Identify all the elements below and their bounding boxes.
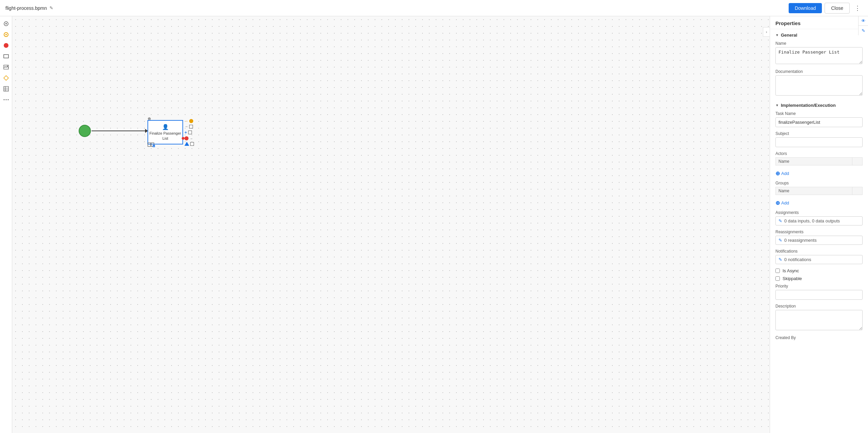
add-group-icon: ⊕ bbox=[775, 200, 780, 206]
bpmn-sequence-flow bbox=[92, 131, 147, 131]
priority-label: Priority bbox=[775, 284, 863, 289]
assignments-group: Assignments ✎ 0 data inputs, 0 data outp… bbox=[770, 209, 868, 228]
header-right: Download Close ⋮ bbox=[789, 3, 863, 14]
edit-title-icon[interactable]: ✎ bbox=[50, 5, 53, 11]
toolbar-dots[interactable] bbox=[1, 95, 11, 104]
actors-table: Name bbox=[775, 157, 863, 165]
name-field-group: Name Finalize Passenger List bbox=[770, 40, 868, 68]
main-layout: 🗑 👤 Finalize Passenger List → → + → bbox=[0, 16, 868, 433]
reassignments-value: 0 reassignments bbox=[784, 238, 816, 243]
notifications-value: 0 notifications bbox=[784, 257, 811, 262]
general-section-label: General bbox=[781, 33, 797, 38]
task-name-input[interactable] bbox=[775, 117, 863, 127]
svg-point-13 bbox=[3, 99, 4, 100]
task-action-arrow-square[interactable]: → bbox=[184, 124, 194, 129]
task-action-arrow-circle[interactable]: → bbox=[184, 119, 194, 123]
assignments-value: 0 data inputs, 0 data outputs bbox=[784, 218, 840, 223]
toolbar-ring[interactable] bbox=[1, 30, 11, 39]
actors-action-col bbox=[852, 158, 863, 165]
svg-marker-8 bbox=[4, 76, 8, 80]
actors-group: Actors Name bbox=[770, 150, 868, 169]
task-action-plus-square[interactable]: + bbox=[184, 130, 194, 135]
is-async-label: Is Async bbox=[783, 268, 799, 273]
bpmn-start-event[interactable] bbox=[79, 125, 91, 137]
notifications-field[interactable]: ✎ 0 notifications bbox=[775, 255, 863, 264]
actors-name-col: Name bbox=[776, 158, 852, 165]
svg-point-15 bbox=[7, 99, 8, 100]
impl-section-header[interactable]: ▼ Implementation/Execution bbox=[770, 99, 868, 110]
panel-edit-corner-icon[interactable]: ✎ bbox=[859, 26, 868, 35]
more-options-button[interactable]: ⋮ bbox=[852, 3, 863, 13]
add-group-link[interactable]: ⊕ Add bbox=[770, 198, 868, 209]
eye-icon[interactable]: 👁 bbox=[859, 16, 868, 26]
notifications-edit-icon: ✎ bbox=[778, 257, 782, 262]
toolbar-cursor[interactable] bbox=[1, 19, 11, 28]
svg-point-14 bbox=[5, 99, 6, 100]
toolbar-diamond[interactable] bbox=[1, 73, 11, 83]
skippable-checkbox[interactable] bbox=[775, 276, 780, 281]
svg-point-7 bbox=[7, 66, 8, 67]
panel-collapse-button[interactable]: › bbox=[763, 27, 770, 37]
toolbar-red-circle[interactable] bbox=[1, 41, 11, 50]
assignments-field[interactable]: ✎ 0 data inputs, 0 data outputs bbox=[775, 216, 863, 225]
download-button[interactable]: Download bbox=[789, 3, 822, 13]
description-group: Description bbox=[770, 302, 868, 334]
svg-rect-5 bbox=[4, 55, 8, 58]
assignments-edit-icon: ✎ bbox=[778, 218, 782, 223]
documentation-input[interactable] bbox=[775, 75, 863, 96]
description-label: Description bbox=[775, 304, 863, 309]
add-group-label: Add bbox=[781, 200, 789, 205]
task-label: Finalize Passenger List bbox=[148, 131, 182, 141]
is-async-checkbox[interactable] bbox=[775, 269, 780, 273]
impl-section-label: Implementation/Execution bbox=[781, 103, 836, 108]
subject-label: Subject bbox=[775, 131, 863, 136]
svg-text:+: + bbox=[153, 145, 155, 147]
general-section-header[interactable]: ▼ General bbox=[770, 29, 868, 40]
task-red-dot bbox=[182, 137, 184, 140]
svg-rect-16 bbox=[148, 143, 151, 146]
subject-input[interactable] bbox=[775, 137, 863, 147]
reassignments-label: Reassignments bbox=[775, 230, 863, 234]
file-title: flight-process.bpmn bbox=[5, 5, 47, 11]
task-name-field-group: Task Name bbox=[770, 110, 868, 130]
groups-table: Name bbox=[775, 187, 863, 195]
bpmn-canvas[interactable]: 🗑 👤 Finalize Passenger List → → + → bbox=[12, 16, 770, 433]
task-action-red-circle-arrow[interactable]: → bbox=[184, 136, 194, 140]
task-action-triangle[interactable] bbox=[184, 142, 194, 146]
skippable-label: Skippable bbox=[783, 276, 802, 281]
reassignments-group: Reassignments ✎ 0 reassignments bbox=[770, 228, 868, 248]
reassignments-field[interactable]: ✎ 0 reassignments bbox=[775, 236, 863, 245]
groups-label: Groups bbox=[775, 181, 863, 185]
add-actor-link[interactable]: ⊕ Add bbox=[770, 169, 868, 179]
groups-action-col bbox=[852, 187, 863, 195]
left-toolbar bbox=[0, 16, 12, 433]
task-action-icons: → → + → bbox=[184, 119, 194, 146]
add-actor-label: Add bbox=[781, 171, 789, 176]
general-chevron-icon: ▼ bbox=[775, 33, 779, 37]
impl-chevron-icon: ▼ bbox=[775, 103, 779, 107]
panel-body: ▼ General Name Finalize Passenger List D… bbox=[770, 29, 868, 433]
toolbar-rectangle[interactable] bbox=[1, 52, 11, 61]
subject-field-group: Subject bbox=[770, 130, 868, 150]
name-input[interactable]: Finalize Passenger List bbox=[775, 47, 863, 64]
svg-point-4 bbox=[4, 43, 8, 48]
task-sub-icon[interactable]: + bbox=[147, 142, 155, 147]
task-user-icon: 👤 bbox=[162, 124, 169, 130]
created-by-group: Created By bbox=[770, 334, 868, 344]
toolbar-image[interactable] bbox=[1, 62, 11, 72]
panel-header: Properties ✎ bbox=[770, 16, 868, 29]
assignments-label: Assignments bbox=[775, 210, 863, 215]
bpmn-task-finalize-passenger-list[interactable]: 👤 Finalize Passenger List bbox=[147, 120, 183, 144]
toolbar-table[interactable] bbox=[1, 84, 11, 94]
priority-input[interactable] bbox=[775, 290, 863, 300]
description-input[interactable] bbox=[775, 310, 863, 330]
panel-title: Properties bbox=[775, 20, 801, 26]
task-name-label: Task Name bbox=[775, 111, 863, 116]
documentation-label: Documentation bbox=[775, 69, 863, 74]
corner-icons: 👁 ✎ bbox=[858, 16, 868, 35]
notifications-label: Notifications bbox=[775, 249, 863, 254]
header: flight-process.bpmn ✎ Download Close ⋮ bbox=[0, 0, 868, 16]
actors-label: Actors bbox=[775, 151, 863, 156]
close-button[interactable]: Close bbox=[825, 3, 850, 14]
priority-group: Priority bbox=[770, 282, 868, 302]
